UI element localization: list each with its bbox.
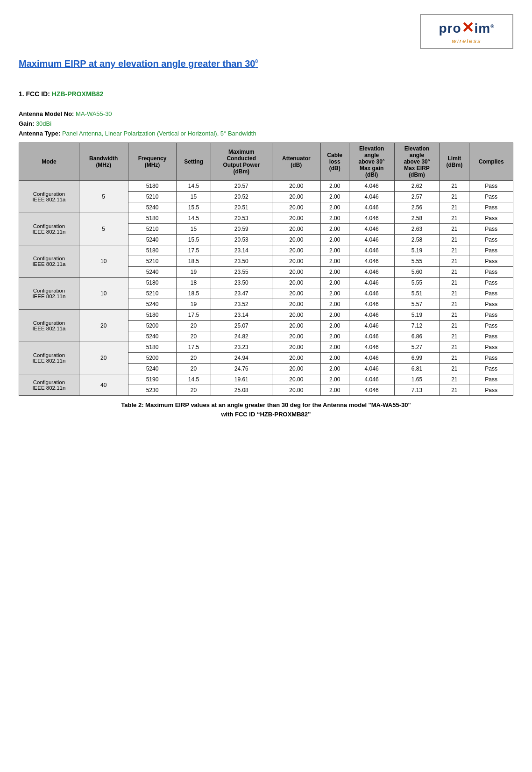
col-bandwidth: Bandwidth(MHz) (79, 143, 128, 181)
col-cable-loss: Cableloss(dB) (320, 143, 349, 181)
max_eirp-cell: 2.58 (394, 213, 440, 224)
freq-cell: 5240 (128, 235, 177, 245)
setting-cell: 20 (177, 385, 211, 396)
logo-wireless: wireless (427, 37, 506, 44)
complies-cell: Pass (469, 364, 513, 374)
complies-cell: Pass (469, 374, 513, 385)
complies-cell: Pass (469, 235, 513, 245)
complies-cell: Pass (469, 202, 513, 213)
col-limit: Limit(dBm) (440, 143, 469, 181)
setting-cell: 20 (177, 321, 211, 331)
setting-cell: 18.5 (177, 288, 211, 299)
table-caption: Table 2: Maximum EIRP values at an angle… (19, 400, 513, 419)
max_eirp-cell: 5.27 (394, 342, 440, 353)
max_conducted-cell: 20.57 (211, 181, 272, 192)
antenna-model-block: Antenna Model No: MA-WA55-30 (19, 110, 513, 117)
setting-cell: 15 (177, 192, 211, 202)
attenuator-cell: 20.00 (272, 299, 320, 310)
attenuator-cell: 20.00 (272, 342, 320, 353)
limit-cell: 21 (440, 202, 469, 213)
cable_loss-cell: 2.00 (320, 245, 349, 256)
limit-cell: 21 (440, 181, 469, 192)
complies-cell: Pass (469, 353, 513, 364)
page-title-text: Maximum EIRP at any elevation angle grea… (19, 58, 255, 69)
table-row: ConfigurationIEEE 802.11a20518017.523.14… (19, 310, 513, 321)
complies-cell: Pass (469, 385, 513, 396)
complies-cell: Pass (469, 192, 513, 202)
max_eirp-cell: 5.60 (394, 267, 440, 278)
max_gain-cell: 4.046 (349, 353, 394, 364)
max_eirp-cell: 5.55 (394, 278, 440, 288)
setting-cell: 20 (177, 364, 211, 374)
cable_loss-cell: 2.00 (320, 213, 349, 224)
freq-cell: 5240 (128, 299, 177, 310)
max_gain-cell: 4.046 (349, 256, 394, 267)
max_conducted-cell: 20.51 (211, 202, 272, 213)
freq-cell: 5200 (128, 321, 177, 331)
limit-cell: 21 (440, 278, 469, 288)
max_gain-cell: 4.046 (349, 224, 394, 235)
max_eirp-cell: 5.19 (394, 245, 440, 256)
limit-cell: 21 (440, 267, 469, 278)
max_conducted-cell: 19.61 (211, 374, 272, 385)
freq-cell: 5190 (128, 374, 177, 385)
complies-cell: Pass (469, 181, 513, 192)
table-row: ConfigurationIEEE 802.11n40519014.519.61… (19, 374, 513, 385)
max_eirp-cell: 5.57 (394, 299, 440, 310)
table-caption-line1: Table 2: Maximum EIRP values at an angle… (19, 400, 513, 410)
max_gain-cell: 4.046 (349, 245, 394, 256)
max_conducted-cell: 23.14 (211, 310, 272, 321)
max_eirp-cell: 7.12 (394, 321, 440, 331)
fcc-id-section: 1. FCC ID: HZB-PROXMB82 (19, 90, 513, 98)
limit-cell: 21 (440, 310, 469, 321)
logo-text: pro✕im® (427, 19, 506, 36)
freq-cell: 5180 (128, 181, 177, 192)
max_gain-cell: 4.046 (349, 267, 394, 278)
page-title: Maximum EIRP at any elevation angle grea… (19, 58, 513, 69)
max_conducted-cell: 24.76 (211, 364, 272, 374)
antenna-type-label: Antenna Type: (19, 130, 60, 137)
max_conducted-cell: 20.53 (211, 235, 272, 245)
max_gain-cell: 4.046 (349, 278, 394, 288)
freq-cell: 5210 (128, 256, 177, 267)
antenna-model-value: MA-WA55-30 (76, 110, 112, 117)
setting-cell: 15.5 (177, 235, 211, 245)
col-max-eirp: Elevationangleabove 30°Max EIRP(dBm) (394, 143, 440, 181)
mode-cell: ConfigurationIEEE 802.11n (19, 213, 79, 245)
complies-cell: Pass (469, 342, 513, 353)
max_gain-cell: 4.046 (349, 213, 394, 224)
col-attenuator: Attenuator(dB) (272, 143, 320, 181)
max_eirp-cell: 5.19 (394, 310, 440, 321)
col-max-conducted: MaximumConductedOutput Power(dBm) (211, 143, 272, 181)
gain-block: Gain: 30dBi (19, 120, 513, 127)
fcc-id-value: HZB-PROXMB82 (52, 90, 103, 98)
bandwidth-cell: 10 (79, 278, 128, 310)
attenuator-cell: 20.00 (272, 192, 320, 202)
logo-area: pro✕im® wireless (19, 14, 513, 49)
max_conducted-cell: 23.55 (211, 267, 272, 278)
freq-cell: 5240 (128, 331, 177, 342)
max_conducted-cell: 25.07 (211, 321, 272, 331)
cable_loss-cell: 2.00 (320, 374, 349, 385)
col-complies: Complies (469, 143, 513, 181)
mode-cell: ConfigurationIEEE 802.11n (19, 278, 79, 310)
logo-box: pro✕im® wireless (420, 14, 513, 49)
col-max-gain: Elevationangleabove 30°Max gain(dBi) (349, 143, 394, 181)
logo-pro: pro (439, 21, 461, 36)
mode-cell: ConfigurationIEEE 802.11n (19, 374, 79, 396)
max_conducted-cell: 20.53 (211, 213, 272, 224)
setting-cell: 15.5 (177, 202, 211, 213)
cable_loss-cell: 2.00 (320, 224, 349, 235)
attenuator-cell: 20.00 (272, 245, 320, 256)
logo-x: ✕ (461, 19, 475, 36)
max_eirp-cell: 2.57 (394, 192, 440, 202)
complies-cell: Pass (469, 256, 513, 267)
mode-cell: ConfigurationIEEE 802.11a (19, 181, 79, 213)
cable_loss-cell: 2.00 (320, 181, 349, 192)
max_gain-cell: 4.046 (349, 181, 394, 192)
attenuator-cell: 20.00 (272, 353, 320, 364)
mode-cell: ConfigurationIEEE 802.11a (19, 310, 79, 342)
max_gain-cell: 4.046 (349, 342, 394, 353)
max_eirp-cell: 5.51 (394, 288, 440, 299)
setting-cell: 18.5 (177, 256, 211, 267)
